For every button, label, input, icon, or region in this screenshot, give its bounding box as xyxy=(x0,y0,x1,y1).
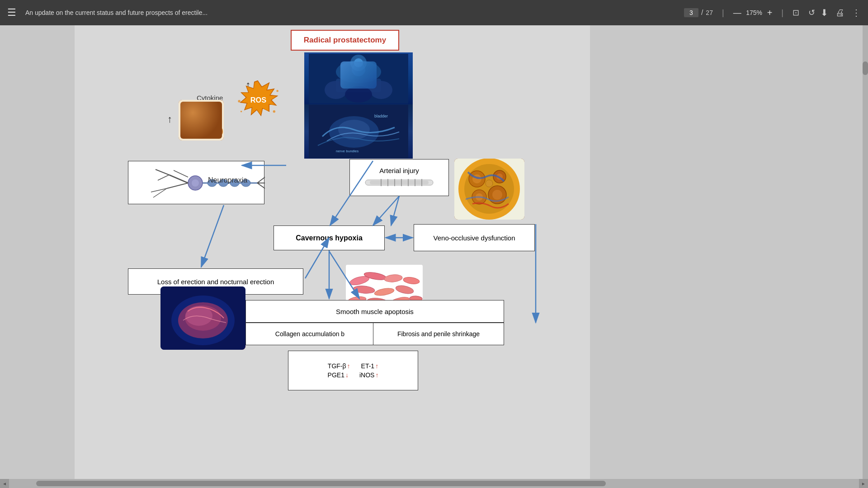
horizontal-scrollbar[interactable]: ◄ ► xyxy=(0,479,868,488)
svg-point-3 xyxy=(352,63,365,76)
inos-item: iNOS ↑ xyxy=(359,371,378,379)
anatomy-svg: bladder nerve bundles xyxy=(309,105,408,158)
svg-point-17 xyxy=(187,107,198,118)
ros-svg: ROS xyxy=(233,79,283,124)
svg-text:nerve bundles: nerve bundles xyxy=(336,149,359,153)
svg-point-76 xyxy=(171,296,235,345)
svg-point-7 xyxy=(350,55,367,71)
print-icon[interactable]: 🖨 xyxy=(835,8,844,18)
pge1-item: PGE1 ↓ xyxy=(328,371,349,379)
svg-point-24 xyxy=(204,122,212,130)
svg-point-1 xyxy=(336,61,381,83)
zoom-controls: — 175% + xyxy=(733,8,773,18)
fibrosis-label: Fibrosis and penile shrinkage xyxy=(397,330,480,338)
pge1-label: PGE1 xyxy=(328,371,344,379)
molecules-row-1: TGF-β ↑ ET-1 ↑ xyxy=(328,362,378,370)
veno-occlusive-box: Veno-occlusive dysfunction xyxy=(414,224,535,251)
svg-point-6 xyxy=(345,86,372,103)
collagen-accumulation-box: Collagen accumulation b xyxy=(245,323,374,345)
divider: | xyxy=(722,8,724,18)
svg-point-19 xyxy=(199,104,208,112)
svg-line-37 xyxy=(156,169,169,175)
download-icon[interactable]: ⬇ xyxy=(821,7,828,18)
scrollbar-thumb[interactable] xyxy=(863,61,868,75)
svg-point-35 xyxy=(192,179,199,187)
svg-point-70 xyxy=(492,190,502,200)
svg-point-33 xyxy=(241,111,242,113)
surgery-image: bladder nerve bundles xyxy=(304,52,413,159)
cavernous-hypoxia-label: Cavernous hypoxia xyxy=(296,234,363,242)
pge1-arrow: ↓ xyxy=(345,371,349,379)
svg-rect-52 xyxy=(370,181,429,184)
svg-point-31 xyxy=(276,90,278,92)
fibrosis-penile-shrinkage-box: Fibrosis and penile shrinkage xyxy=(373,323,504,345)
svg-point-25 xyxy=(184,126,195,137)
svg-line-42 xyxy=(174,170,188,177)
svg-point-15 xyxy=(182,103,198,119)
svg-point-23 xyxy=(203,120,217,134)
artery-svg xyxy=(363,176,435,189)
menu-icon[interactable]: ☰ xyxy=(7,7,16,19)
svg-line-48 xyxy=(257,177,265,183)
cytokine-left-arrow: ↑ xyxy=(167,113,172,125)
tgf-item: TGF-β ↑ xyxy=(328,362,350,370)
zoom-value: 175% xyxy=(744,9,764,16)
arterial-injury-label: Arterial injury xyxy=(379,167,419,174)
svg-point-26 xyxy=(211,126,223,137)
svg-point-18 xyxy=(198,102,213,116)
svg-line-38 xyxy=(158,175,169,180)
svg-point-16 xyxy=(183,105,192,114)
more-options-icon[interactable]: ⋮ xyxy=(852,7,861,18)
surgery-or-image xyxy=(304,52,413,104)
cytokine-image xyxy=(179,100,224,141)
molecules-box: TGF-β ↑ ET-1 ↑ PGE1 ↓ iNOS ↑ xyxy=(288,351,418,390)
document-title: An update on the current status and futu… xyxy=(25,9,679,16)
vertical-scrollbar[interactable] xyxy=(863,25,868,488)
anatomy-img-svg xyxy=(160,286,245,350)
svg-point-71 xyxy=(486,180,493,187)
or-scene-svg xyxy=(309,54,408,103)
svg-point-20 xyxy=(208,107,221,120)
left-gutter xyxy=(0,25,75,488)
neuropraxia-label: Neuropraxia xyxy=(208,176,247,184)
svg-rect-14 xyxy=(179,100,224,141)
arterial-injury-box: Arterial injury xyxy=(349,159,449,196)
page-content: Radical prostatectomy xyxy=(75,25,590,488)
svg-point-22 xyxy=(190,119,198,127)
page-total: 27 xyxy=(706,9,713,16)
svg-point-5 xyxy=(370,81,392,99)
loss-of-erection-label: Loss of erection and nocturnal erection xyxy=(157,278,274,286)
toolbar: ☰ An update on the current status and fu… xyxy=(0,0,868,25)
svg-line-50 xyxy=(257,183,265,188)
tgf-arrow: ↑ xyxy=(347,362,350,370)
scroll-left-button[interactable]: ◄ xyxy=(0,479,9,488)
tgf-label: TGF-β xyxy=(328,362,346,370)
molecules-row-2: PGE1 ↓ iNOS ↑ xyxy=(328,371,379,379)
rotate-icon[interactable]: ↺ xyxy=(808,8,815,18)
cytokine-cells-svg xyxy=(179,100,224,141)
inos-arrow: ↑ xyxy=(375,371,378,379)
svg-point-30 xyxy=(238,100,240,102)
svg-point-8 xyxy=(354,58,363,67)
scroll-right-button[interactable]: ► xyxy=(859,479,868,488)
fit-page-icon[interactable]: ⊡ xyxy=(793,8,799,18)
svg-text:bladder: bladder xyxy=(374,114,388,118)
page-separator: / xyxy=(701,9,703,17)
zoom-in-button[interactable]: + xyxy=(767,8,773,18)
ros-starburst: ROS xyxy=(233,79,283,124)
svg-point-32 xyxy=(273,110,275,113)
radical-prostatectomy-label: Radical prostatectomy xyxy=(304,36,386,45)
svg-point-21 xyxy=(189,117,204,132)
anatomy-image xyxy=(160,286,245,350)
page-controls: / 27 xyxy=(684,8,713,17)
right-toolbar-icons: ⬇ 🖨 ⋮ xyxy=(821,7,861,18)
zoom-out-button[interactable]: — xyxy=(733,8,741,18)
svg-text:ROS: ROS xyxy=(250,96,267,104)
surgery-anatomy-image: bladder nerve bundles xyxy=(304,104,413,159)
veno-img-svg xyxy=(454,159,524,220)
veno-occlusive-label: Veno-occlusive dysfunction xyxy=(434,234,515,242)
svg-point-4 xyxy=(325,81,347,99)
page-input[interactable] xyxy=(684,8,698,17)
et1-item: ET-1 ↑ xyxy=(361,362,379,370)
horizontal-scrollbar-thumb[interactable] xyxy=(36,481,606,486)
